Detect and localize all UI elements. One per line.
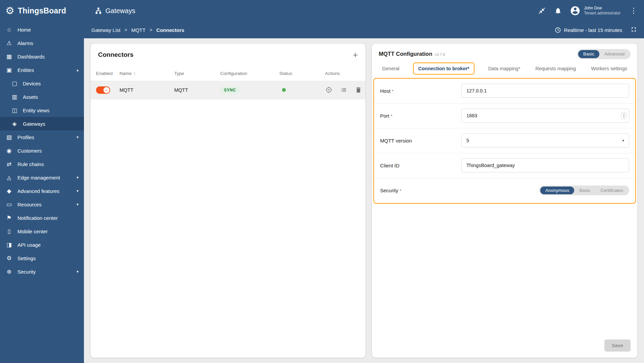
collapse-icon (538, 7, 546, 14)
client-id-row: Client ID (374, 153, 635, 178)
add-connector-button[interactable]: + (353, 50, 358, 59)
status-dot (282, 88, 286, 92)
client-id-input[interactable] (461, 158, 629, 172)
thingsboard-logo-icon: ⚙ (5, 6, 14, 16)
mqtt-version-label: MQTT version (380, 138, 461, 144)
mqtt-version-label-text: MQTT version (380, 138, 412, 144)
toggle-knob: ✓ (103, 87, 109, 93)
sidebar-item-dashboards[interactable]: ▦ Dashboards (0, 50, 84, 63)
stepper-down-icon[interactable]: ▾ (623, 116, 625, 118)
notifications-button[interactable] (554, 6, 562, 15)
sidebar-item-entity-views[interactable]: ◫ Entity views (0, 104, 84, 117)
connector-type: MQTT (174, 87, 220, 93)
breadcrumb-separator: > (125, 27, 127, 33)
sidebar-item-label: Advanced features (17, 188, 59, 194)
tab-general[interactable]: General (381, 63, 401, 74)
timewindow-button[interactable]: Realtime - last 15 minutes (555, 27, 622, 33)
advanced-mode-button[interactable]: Advanced (599, 50, 630, 58)
more-menu-button[interactable]: ⋮ (628, 6, 639, 15)
host-row: Host* (374, 79, 635, 104)
chevron-down-icon: ▾ (77, 135, 79, 139)
tab-workers-settings[interactable]: Workers settings (590, 63, 629, 74)
breadcrumb-mqtt[interactable]: MQTT (131, 27, 146, 33)
connector-logs-button[interactable] (340, 86, 347, 94)
content-area: Connectors + Enabled Name ↑ Type Configu… (84, 38, 644, 363)
breadcrumb-gateway-list[interactable]: Gateway List (91, 27, 121, 33)
sidebar-item-devices[interactable]: ▢ Devices (0, 77, 84, 90)
column-type: Type (174, 71, 220, 76)
customers-icon: ◉ (5, 147, 13, 154)
sidebar-item-profiles[interactable]: ▧ Profiles ▾ (0, 130, 84, 144)
sidebar-item-home[interactable]: ⌂ Home (0, 23, 84, 36)
sidebar-item-rule-chains[interactable]: ⇄ Rule chains (0, 157, 84, 171)
sidebar-item-label: Customers (17, 148, 42, 154)
resources-icon: ▭ (5, 201, 13, 208)
number-stepper[interactable]: ▴ ▾ (622, 112, 626, 119)
host-input[interactable] (461, 84, 629, 98)
sidebar-item-security[interactable]: ⊕ Security ▾ (0, 265, 84, 278)
sidebar-item-assets[interactable]: ▥ Assets (0, 90, 84, 104)
breadcrumb: Gateway List > MQTT > Connectors (91, 27, 184, 33)
collapse-fullscreen-button[interactable] (538, 6, 546, 15)
chevron-down-icon: ▾ (77, 202, 79, 207)
connector-rpc-button[interactable] (325, 86, 332, 94)
required-mark: * (391, 114, 393, 119)
sidebar-item-resources[interactable]: ▭ Resources ▾ (0, 198, 84, 211)
list-icon (340, 86, 347, 93)
sidebar-item-alarms[interactable]: ⚠ Alarms (0, 36, 84, 50)
gateways-icon: ◈ (11, 120, 18, 127)
save-button[interactable]: Save (604, 339, 631, 352)
tab-connection-to-broker[interactable]: Connection to broker* (413, 63, 474, 75)
sidebar-item-settings[interactable]: ⚙ Settings (0, 251, 84, 265)
sidebar: ⌂ Home ⚠ Alarms ▦ Dashboards ▣ Entities … (0, 22, 84, 363)
sidebar-item-edge-management[interactable]: ◬ Edge management ▾ (0, 171, 84, 184)
sidebar-item-label: Dashboards (17, 54, 45, 59)
devices-icon: ▢ (11, 80, 18, 87)
enabled-toggle[interactable]: ✓ (96, 86, 110, 94)
sidebar-item-customers[interactable]: ◉ Customers (0, 144, 84, 157)
thingsboard-brand[interactable]: ⚙ ThingsBoard (0, 6, 84, 16)
column-status: Status (279, 71, 325, 76)
sidebar-item-label: Devices (23, 81, 41, 86)
column-name[interactable]: Name ↑ (120, 71, 174, 76)
target-icon (325, 86, 332, 93)
security-certificates-button[interactable]: Certificates (595, 187, 628, 195)
connector-name: MQTT (120, 87, 174, 93)
tab-data-mapping[interactable]: Data mapping* (487, 63, 522, 74)
sidebar-item-label: Assets (23, 94, 38, 100)
column-configuration: Configuration (220, 71, 279, 76)
delete-connector-button[interactable] (355, 86, 362, 94)
sidebar-item-api-usage[interactable]: ◨ API usage (0, 238, 84, 251)
sidebar-item-advanced-features[interactable]: ◆ Advanced features ▾ (0, 184, 84, 198)
port-label-text: Port (380, 113, 389, 119)
basic-mode-button[interactable]: Basic (578, 50, 599, 58)
fullscreen-button[interactable] (630, 26, 637, 34)
tab-requests-mapping[interactable]: Requests mapping (534, 63, 577, 74)
row-actions (325, 86, 362, 94)
sidebar-item-gateways[interactable]: ◈ Gateways (0, 117, 84, 130)
mqtt-version-select[interactable]: 5 ▾ (461, 133, 629, 148)
mqtt-version-value: 5 (466, 138, 469, 143)
port-label: Port* (380, 113, 461, 119)
rule-chains-icon: ⇄ (5, 161, 13, 168)
user-menu[interactable]: John Doe Tenant administrator (570, 5, 620, 16)
sidebar-item-entities[interactable]: ▣ Entities ▴ (0, 63, 84, 77)
sidebar-item-mobile-center[interactable]: ▯ Mobile center (0, 225, 84, 238)
sidebar-item-label: Profiles (17, 134, 34, 140)
sidebar-item-label: Mobile center (17, 229, 48, 234)
chevron-down-icon: ▾ (77, 189, 79, 193)
sidebar-item-notification-center[interactable]: ⚑ Notification center (0, 211, 84, 225)
avatar-icon (570, 5, 581, 16)
edge-management-icon: ◬ (5, 174, 13, 181)
security-anonymous-button[interactable]: Anonymous (540, 187, 574, 195)
timewindow-label: Realtime - last 15 minutes (564, 27, 622, 33)
clock-icon (555, 27, 561, 33)
home-icon: ⌂ (5, 26, 13, 33)
top-bar: ⚙ ThingsBoard Gateways John Doe Tenant a… (0, 0, 644, 22)
connector-row-mqtt[interactable]: ✓ MQTT MQTT SYNC (91, 81, 365, 99)
page-title-label: Gateways (105, 7, 135, 15)
port-input[interactable] (461, 109, 629, 123)
column-enabled: Enabled (96, 71, 120, 76)
settings-icon: ⚙ (5, 255, 13, 262)
security-basic-button[interactable]: Basic (574, 187, 595, 195)
